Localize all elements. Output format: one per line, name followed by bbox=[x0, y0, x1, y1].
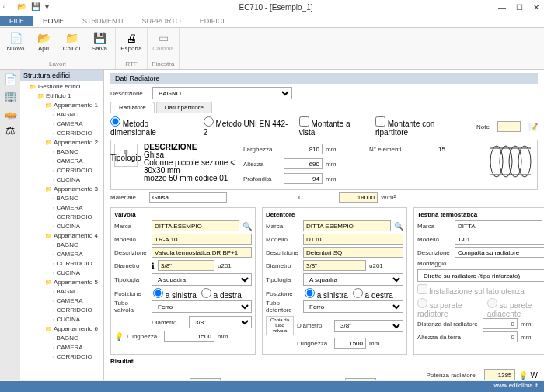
check-montante-rip[interactable]: Montante con ripartitore bbox=[375, 116, 469, 137]
det-diam2[interactable]: 3/8" bbox=[334, 320, 403, 332]
sidebar-building-icon[interactable]: 🏢 bbox=[4, 90, 17, 102]
note-field[interactable] bbox=[497, 121, 521, 132]
tree-building[interactable]: Edificio 1Appartamento 1BAGNOCAMERACORRI… bbox=[37, 92, 102, 362]
altezza-field[interactable] bbox=[284, 158, 323, 169]
copia-button[interactable]: Copia da tubo valvola bbox=[266, 316, 294, 335]
tab-home[interactable]: HOME bbox=[33, 16, 73, 26]
materiale-field[interactable] bbox=[149, 192, 227, 203]
test-marca[interactable] bbox=[455, 220, 542, 231]
det-tubo[interactable]: Ferro bbox=[303, 300, 403, 313]
close-button[interactable]: ✕ bbox=[532, 3, 541, 12]
tree-apt[interactable]: Appartamento 3BAGNOCAMERACORRIDOIOCUCINA bbox=[45, 185, 102, 231]
c-field[interactable] bbox=[339, 192, 378, 203]
panel-header: Dati Radiatore bbox=[110, 73, 538, 84]
info-icon[interactable]: ℹ bbox=[152, 262, 155, 270]
search-icon[interactable]: 🔍 bbox=[394, 222, 403, 231]
sidebar-doc-icon[interactable]: 📄 bbox=[4, 73, 17, 85]
tree-apt[interactable]: Appartamento 1BAGNOCAMERACORRIDOIO bbox=[45, 101, 102, 138]
sidebar-balance-icon[interactable]: ⚖ bbox=[5, 124, 16, 137]
det-tipologia[interactable]: A squadra bbox=[303, 273, 403, 286]
valvola-tipologia[interactable]: A squadra bbox=[152, 273, 252, 286]
test-desc[interactable] bbox=[455, 247, 544, 258]
chiudi-button[interactable]: 📁Chiudi bbox=[59, 29, 84, 54]
test-modello[interactable] bbox=[455, 234, 544, 245]
tree-room[interactable]: CORRIDOIO bbox=[53, 129, 102, 138]
tree-room[interactable]: CORRIDOIO bbox=[53, 259, 102, 269]
valvola-lung[interactable] bbox=[164, 331, 214, 342]
tree-root-item[interactable]: Gestione edificiEdificio 1Appartamento 1… bbox=[30, 82, 102, 362]
qat-save-icon[interactable]: 💾 bbox=[31, 2, 40, 12]
valvola-diam2[interactable]: 3/8" bbox=[189, 316, 252, 328]
tree-view[interactable]: Gestione edificiEdificio 1Appartamento 1… bbox=[20, 81, 103, 380]
tree-room[interactable]: CUCINA bbox=[53, 175, 102, 185]
det-pos-dx[interactable]: a destra bbox=[353, 288, 393, 300]
qat-dropdown-icon[interactable]: ▾ bbox=[45, 2, 54, 12]
apri-button[interactable]: 📂Apri bbox=[31, 29, 56, 54]
det-diametro[interactable] bbox=[303, 260, 366, 271]
minimize-button[interactable]: — bbox=[497, 3, 507, 12]
nuovo-button[interactable]: 📄Nuovo bbox=[3, 29, 28, 54]
desc-select[interactable]: BAGNO bbox=[152, 87, 292, 99]
test-montaggio[interactable]: Diretto su radiatore (tipo rinforzato) bbox=[417, 269, 544, 282]
tree-room[interactable]: CUCINA bbox=[53, 269, 102, 278]
tree-room[interactable]: CUCINA bbox=[53, 222, 102, 231]
tree-room[interactable]: CAMERA bbox=[53, 343, 102, 352]
subtab-ripartitore[interactable]: Dati ripartitore bbox=[156, 102, 212, 113]
valvola-modello[interactable] bbox=[152, 234, 252, 245]
bulb-icon[interactable]: 💡 bbox=[114, 332, 124, 341]
tree-room[interactable]: CAMERA bbox=[53, 297, 102, 306]
tree-room[interactable]: BAGNO bbox=[53, 110, 102, 120]
cambia-button[interactable]: ▭Cambia bbox=[151, 29, 176, 54]
tab-edifici[interactable]: EDIFICI bbox=[190, 16, 234, 26]
valvola-desc[interactable] bbox=[152, 247, 252, 258]
det-marca[interactable] bbox=[303, 220, 391, 231]
tree-room[interactable]: CAMERA bbox=[53, 203, 102, 213]
det-lung[interactable] bbox=[334, 338, 366, 349]
esporta-button[interactable]: 🖨Esporta bbox=[119, 29, 144, 54]
tab-file[interactable]: FILE bbox=[0, 16, 33, 26]
tipologia-button[interactable]: ▥Tipologia bbox=[114, 144, 138, 167]
tree-apt[interactable]: Appartamento 2BAGNOCAMERACORRIDOIOCUCINA bbox=[45, 138, 102, 185]
tab-strumenti[interactable]: STRUMENTI bbox=[73, 16, 133, 26]
tab-supporto[interactable]: SUPPORTO bbox=[133, 16, 190, 26]
salva-button[interactable]: 💾Salva bbox=[87, 29, 112, 54]
tree-room[interactable]: CORRIDOIO bbox=[53, 213, 102, 222]
larghezza-field[interactable] bbox=[284, 144, 323, 154]
det-pos-sx[interactable]: a sinistra bbox=[305, 288, 348, 300]
radio-dimensionale[interactable]: Metodo dimensionale bbox=[110, 116, 196, 137]
tree-room[interactable]: CUCINA bbox=[53, 315, 102, 324]
tree-apt[interactable]: Appartamento 4BAGNOCAMERACORRIDOIOCUCINA bbox=[45, 231, 102, 278]
valvola-pos-sx[interactable]: a sinistra bbox=[153, 288, 197, 300]
valvola-tubo[interactable]: Ferro bbox=[152, 300, 252, 313]
profondita-field[interactable] bbox=[284, 173, 323, 184]
sidebar-chart-icon[interactable]: 🥧 bbox=[4, 107, 17, 120]
tree-apt[interactable]: Appartamento 6BAGNOCAMERACORRIDOIO bbox=[45, 324, 102, 362]
search-icon[interactable]: 🔍 bbox=[242, 222, 252, 231]
qat-open-icon[interactable]: 📂 bbox=[17, 2, 26, 12]
valvola-pos-dx[interactable]: a destra bbox=[201, 288, 242, 300]
subtab-radiatore[interactable]: Radiatore bbox=[110, 102, 155, 113]
qat-new-icon[interactable]: ▫ bbox=[3, 2, 12, 12]
tree-room[interactable]: CAMERA bbox=[53, 250, 102, 259]
radio-uni[interactable]: Metodo UNI EN 442-2 bbox=[204, 116, 291, 137]
det-desc[interactable] bbox=[303, 247, 403, 258]
tree-room[interactable]: CORRIDOIO bbox=[53, 166, 102, 175]
tree-room[interactable]: BAGNO bbox=[53, 334, 102, 343]
check-montante-vista[interactable]: Montante a vista bbox=[299, 116, 368, 137]
det-modello[interactable] bbox=[303, 234, 403, 245]
tree-room[interactable]: BAGNO bbox=[53, 241, 102, 250]
tree-apt[interactable]: Appartamento 5BAGNOCAMERACORRIDOIOCUCINA bbox=[45, 278, 102, 324]
tree-room[interactable]: BAGNO bbox=[53, 147, 102, 157]
note-icon[interactable]: 📝 bbox=[528, 123, 538, 131]
bulb-icon[interactable]: 💡 bbox=[518, 371, 528, 380]
tree-room[interactable]: CAMERA bbox=[53, 120, 102, 129]
tree-room[interactable]: BAGNO bbox=[53, 194, 102, 203]
valvola-marca[interactable] bbox=[152, 220, 239, 231]
tree-room[interactable]: BAGNO bbox=[53, 287, 102, 297]
tree-room[interactable]: CAMERA bbox=[53, 157, 102, 166]
tree-room[interactable]: CORRIDOIO bbox=[53, 352, 102, 362]
valvola-diametro[interactable] bbox=[158, 260, 214, 271]
maximize-button[interactable]: ☐ bbox=[514, 3, 524, 12]
tree-room[interactable]: CORRIDOIO bbox=[53, 306, 102, 315]
elementi-field[interactable] bbox=[410, 144, 448, 154]
